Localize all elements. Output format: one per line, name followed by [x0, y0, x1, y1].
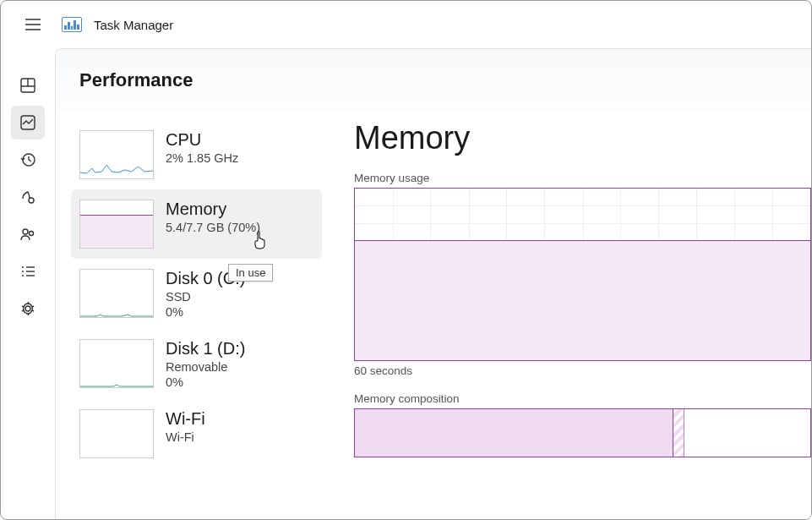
perf-stat: 0% — [166, 305, 245, 319]
disk0-sparkline-icon — [80, 314, 153, 317]
disk0-mini-graph — [79, 269, 154, 318]
axis-label: 60 seconds — [354, 364, 811, 377]
tooltip: In use — [228, 264, 273, 282]
perf-item-wifi[interactable]: Wi-Fi Wi-Fi — [71, 399, 322, 468]
details-icon — [19, 263, 36, 280]
perf-item-disk1[interactable]: Disk 1 (D:) Removable 0% — [71, 329, 322, 399]
history-icon — [19, 151, 36, 168]
disk1-sparkline-icon — [80, 384, 153, 387]
perf-name: Memory — [166, 200, 260, 219]
perf-stat: 0% — [166, 375, 245, 389]
svg-point-15 — [22, 275, 24, 276]
perf-item-cpu[interactable]: CPU 2% 1.85 GHz — [71, 120, 322, 189]
nav-app-history[interactable] — [11, 143, 45, 177]
settings-icon — [19, 300, 36, 317]
perf-stat: 2% 1.85 GHz — [166, 151, 238, 165]
cpu-mini-graph — [79, 130, 154, 179]
app-title: Task Manager — [94, 18, 173, 32]
perf-sub: Removable — [166, 360, 245, 374]
perf-sub: Wi-Fi — [166, 430, 205, 444]
wifi-mini-graph — [79, 409, 154, 458]
perf-name: Wi-Fi — [166, 409, 205, 429]
hamburger-menu-button[interactable] — [16, 9, 50, 40]
svg-point-9 — [23, 229, 28, 234]
nav-iconbar — [1, 48, 55, 519]
performance-sidebar: CPU 2% 1.85 GHz Memory 5.4/7.7 GB (70%) — [56, 120, 322, 519]
svg-point-8 — [29, 198, 34, 203]
perf-name: Disk 1 (D:) — [166, 339, 245, 359]
cpu-sparkline-icon — [80, 160, 153, 177]
disk1-mini-graph — [79, 339, 154, 388]
perf-sub: SSD — [166, 290, 245, 304]
svg-point-17 — [25, 306, 30, 311]
detail-pane: Memory Memory usage — [322, 120, 811, 519]
performance-icon — [19, 114, 36, 131]
nav-startup[interactable] — [11, 180, 45, 214]
perf-name: CPU — [166, 130, 238, 150]
memory-mini-graph — [79, 200, 154, 249]
nav-performance[interactable] — [11, 106, 45, 140]
svg-point-11 — [22, 266, 24, 268]
processes-icon — [19, 77, 36, 94]
composition-graph-label: Memory composition — [354, 392, 811, 405]
hamburger-icon — [25, 18, 41, 31]
usage-graph-label: Memory usage — [354, 172, 811, 184]
page-title: Performance — [79, 69, 787, 91]
perf-stat: 5.4/7.7 GB (70%) — [166, 221, 260, 234]
users-icon — [19, 226, 36, 243]
nav-services[interactable] — [11, 292, 45, 326]
memory-composition-graph — [354, 408, 811, 457]
perf-item-disk0[interactable]: Disk 0 (C:) SSD 0% — [71, 259, 322, 329]
svg-point-13 — [22, 271, 24, 272]
perf-item-memory[interactable]: Memory 5.4/7.7 GB (70%) In use — [71, 189, 322, 259]
nav-processes[interactable] — [11, 68, 45, 102]
startup-icon — [19, 189, 36, 205]
detail-title: Memory — [354, 120, 811, 156]
app-logo-icon — [62, 17, 82, 32]
nav-users[interactable] — [11, 217, 45, 251]
memory-usage-graph — [354, 188, 811, 361]
svg-point-10 — [30, 232, 34, 236]
nav-details[interactable] — [11, 255, 45, 288]
